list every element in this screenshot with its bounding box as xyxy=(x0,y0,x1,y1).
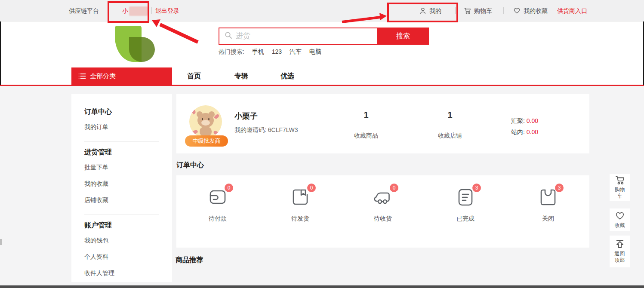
cart-icon xyxy=(464,1,471,23)
order-item-completed[interactable]: 3 已完成 xyxy=(424,175,507,248)
my-account-label: 我的 xyxy=(429,7,441,14)
tab-home[interactable]: 首页 xyxy=(187,67,201,85)
profile-name: 小栗子 xyxy=(234,111,258,121)
account-sidebar: 订单中心 我的订单 进货管理 批量下单 我的收藏 店铺收藏 账户管理 我的钱包 … xyxy=(71,94,172,282)
search-icon xyxy=(225,31,232,41)
logo-shape-dark xyxy=(129,37,155,62)
float-cart-button[interactable]: 购物车 xyxy=(610,174,630,201)
invite-code-value: 6CLF7LW3 xyxy=(268,126,298,133)
divider xyxy=(503,7,504,14)
hot-keyword[interactable]: 手机 xyxy=(252,48,264,55)
divider xyxy=(151,7,152,14)
hot-search-label: 热门搜索: xyxy=(219,48,244,55)
back-to-top-button[interactable]: 返回顶部 xyxy=(610,236,630,267)
order-item-label: 已完成 xyxy=(456,215,475,223)
level-badge: 中级批发商 xyxy=(185,135,228,147)
order-item-label: 待发货 xyxy=(291,215,309,223)
username-link[interactable]: 小 xyxy=(122,0,148,21)
top-bar: 供应链平台 小 退出登录 我的 购物车 我的收藏 供货商入口 xyxy=(0,0,644,21)
my-account-link[interactable]: 我的 xyxy=(419,0,441,21)
page: 供应链平台 小 退出登录 我的 购物车 我的收藏 供货商入口 搜索 热门搜索: … xyxy=(0,0,644,288)
hot-keyword[interactable]: 电脑 xyxy=(309,48,321,55)
order-item-label: 待收货 xyxy=(374,215,392,223)
cart-icon xyxy=(615,175,625,185)
sidebar-item-recipient-management[interactable]: 收件人管理 xyxy=(84,265,172,282)
sidebar-group-title: 进货管理 xyxy=(84,148,172,157)
bear-muzzle xyxy=(201,120,210,126)
stat-favorite-products[interactable]: 1 收藏商品 xyxy=(336,110,396,140)
order-item-pending-receipt[interactable]: 0 待收货 xyxy=(342,175,424,248)
clipped-edge-artifact xyxy=(0,239,2,245)
tab-featured[interactable]: 优选 xyxy=(280,67,294,85)
sidebar-item-my-orders[interactable]: 我的订单 xyxy=(84,119,172,135)
balance-block: 汇聚: 0.00 站内: 0.00 xyxy=(511,115,538,138)
hot-keyword[interactable]: 123 xyxy=(272,48,282,55)
all-categories-button[interactable]: 全部分类 xyxy=(71,67,172,85)
platform-link[interactable]: 供应链平台 xyxy=(69,0,99,21)
all-categories-label: 全部分类 xyxy=(90,72,116,80)
float-favorites-button[interactable]: 收藏 xyxy=(610,208,630,231)
heart-icon xyxy=(513,1,521,23)
invite-code-label: 我的邀请码: xyxy=(234,126,266,133)
back-to-top-icon xyxy=(615,239,625,249)
sidebar-item-bulk-order[interactable]: 批量下单 xyxy=(84,159,172,176)
balance-value: 0.00 xyxy=(527,129,538,135)
search-button[interactable]: 搜索 xyxy=(377,28,429,45)
divider xyxy=(84,214,159,215)
heart-icon xyxy=(615,211,625,221)
site-logo[interactable] xyxy=(114,25,155,63)
profile-card: 中级批发商 小栗子 我的邀请码: 6CLF7LW3 1 收藏商品 1 收藏店铺 … xyxy=(176,94,589,153)
hot-keyword[interactable]: 汽车 xyxy=(290,48,302,55)
bear-body xyxy=(200,127,212,136)
order-item-pending-payment[interactable]: 0 待付款 xyxy=(176,175,259,248)
float-favorites-label: 收藏 xyxy=(614,222,626,229)
search-bar: 搜索 xyxy=(219,28,429,45)
avatar-decoration xyxy=(214,113,220,119)
avatar-decoration xyxy=(213,130,219,136)
avatar-decoration xyxy=(192,129,198,135)
bear-eye xyxy=(202,118,203,120)
order-item-label: 关闭 xyxy=(542,215,554,223)
balance-label: 站内: xyxy=(511,129,525,135)
order-status-card: 0 待付款 0 待发货 0 待收货 3 已完成 xyxy=(176,175,589,248)
count-badge: 3 xyxy=(555,184,564,192)
avatar xyxy=(189,105,222,138)
stat-favorite-shops[interactable]: 1 收藏店铺 xyxy=(420,110,480,140)
hot-search-row: 热门搜索: 手机 123 汽车 电脑 xyxy=(219,48,321,56)
favorites-link[interactable]: 我的收藏 xyxy=(513,0,548,21)
sidebar-item-personal-profile[interactable]: 个人资料 xyxy=(84,249,172,265)
count-badge: 0 xyxy=(307,184,316,192)
sidebar-item-shop-favorites[interactable]: 店铺收藏 xyxy=(84,192,172,208)
list-icon xyxy=(78,73,86,79)
cart-link[interactable]: 购物车 xyxy=(464,0,492,21)
sidebar-group-title: 订单中心 xyxy=(84,107,172,116)
divider xyxy=(455,7,456,14)
stat-value: 1 xyxy=(420,110,480,120)
avatar-decoration xyxy=(191,108,197,114)
float-cart-label: 购物车 xyxy=(614,187,626,199)
recommend-title: 商品推荐 xyxy=(176,256,203,265)
balance-value: 0.00 xyxy=(527,117,538,124)
sidebar-item-my-favorites[interactable]: 我的收藏 xyxy=(84,176,172,192)
tab-albums[interactable]: 专辑 xyxy=(234,67,248,85)
username-text: 小 xyxy=(122,7,128,14)
logout-link[interactable]: 退出登录 xyxy=(155,0,179,21)
user-icon xyxy=(419,1,426,23)
stat-label: 收藏店铺 xyxy=(420,132,480,140)
balance-label: 汇聚: xyxy=(511,117,525,124)
balance-row: 站内: 0.00 xyxy=(511,126,538,138)
stat-label: 收藏商品 xyxy=(336,132,396,140)
order-item-pending-shipment[interactable]: 0 待发货 xyxy=(259,175,342,248)
order-center-title: 订单中心 xyxy=(176,161,204,170)
sidebar-item-my-wallet[interactable]: 我的钱包 xyxy=(84,233,172,249)
stat-value: 1 xyxy=(336,110,396,120)
count-badge: 0 xyxy=(390,184,398,192)
divider xyxy=(84,141,159,142)
search-box xyxy=(219,28,377,45)
search-input[interactable] xyxy=(236,32,365,40)
invite-code-row: 我的邀请码: 6CLF7LW3 xyxy=(234,126,298,134)
supplier-entry-link[interactable]: 供货商入口 xyxy=(557,0,587,21)
order-item-closed[interactable]: 3 关闭 xyxy=(507,175,589,248)
favorites-label: 我的收藏 xyxy=(524,7,548,14)
cart-label: 购物车 xyxy=(474,7,492,14)
